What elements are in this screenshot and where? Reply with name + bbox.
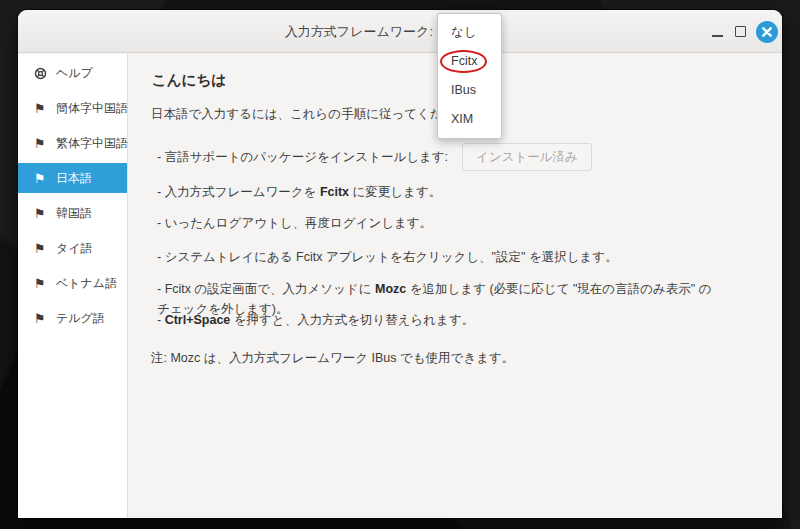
sidebar-item-japanese[interactable]: ⚑ 日本語 xyxy=(18,163,127,193)
maximize-icon xyxy=(735,26,746,37)
installed-button[interactable]: インストール済み xyxy=(462,143,592,171)
flag-icon: ⚑ xyxy=(34,277,48,290)
titlebar[interactable]: 入力方式フレームワーク: xyxy=(18,10,782,53)
sidebar: ヘルプ ⚑ 簡体字中国語 ⚑ 繁体字中国語 ⚑ 日本語 ⚑ 韓国語 ⚑ タイ語 xyxy=(18,54,128,518)
step-change-framework: - 入力方式フレームワークを Fcitx に変更します。 xyxy=(157,184,441,200)
flag-icon: ⚑ xyxy=(34,102,48,115)
step-shortcut: - Ctrl+Space を押すと、入力方式を切り替えられます。 xyxy=(157,312,474,328)
sidebar-item-label: タイ語 xyxy=(56,240,93,257)
flag-icon: ⚑ xyxy=(34,207,48,220)
close-button[interactable] xyxy=(756,21,778,43)
step-text: に変更します。 xyxy=(349,185,441,199)
close-icon xyxy=(762,27,772,37)
sidebar-item-label: 日本語 xyxy=(56,170,92,187)
flag-icon: ⚑ xyxy=(34,312,48,325)
sidebar-item-label: ヘルプ xyxy=(56,65,93,82)
sidebar-item-label: 簡体字中国語 xyxy=(56,100,128,117)
window-title: 入力方式フレームワーク: xyxy=(285,10,433,53)
intro-text: 日本語で入力するには、これらの手順に従ってください。 xyxy=(151,106,481,122)
dropdown-item-none[interactable]: なし xyxy=(438,18,501,47)
sidebar-item-thai[interactable]: ⚑ タイ語 xyxy=(18,233,127,263)
sidebar-item-label: 繁体字中国語 xyxy=(56,135,128,152)
step-relogin: - いったんログアウトし、再度ログインします。 xyxy=(157,215,432,231)
dropdown-item-fcitx[interactable]: Fcitx xyxy=(438,47,501,76)
desktop-background: 入力方式フレームワーク: xyxy=(0,0,800,529)
step-install-language-support: - 言語サポートのパッケージをインストールします: インストール済み xyxy=(157,143,592,171)
sidebar-item-label: テルグ語 xyxy=(56,310,105,327)
step-text: - Fcitx の設定画面で、入力メソッドに xyxy=(157,282,375,296)
minimize-button[interactable] xyxy=(710,25,724,39)
maximize-button[interactable] xyxy=(733,25,747,39)
app-window: 入力方式フレームワーク: xyxy=(18,10,782,518)
sidebar-item-telugu[interactable]: ⚑ テルグ語 xyxy=(18,303,127,333)
sidebar-item-help[interactable]: ヘルプ xyxy=(18,58,127,88)
step-bold-text: Mozc xyxy=(375,282,406,296)
flag-icon: ⚑ xyxy=(34,172,48,185)
page-title: こんにちは xyxy=(152,71,226,90)
window-controls xyxy=(710,10,778,53)
sidebar-item-simplified-chinese[interactable]: ⚑ 簡体字中国語 xyxy=(18,93,127,123)
step-text: - 入力方式フレームワークを xyxy=(157,185,320,199)
dropdown-item-ibus[interactable]: IBus xyxy=(438,76,501,105)
step-tray-applet: - システムトレイにある Fcitx アプレットを右クリックし、"設定" を選択… xyxy=(157,249,618,265)
help-icon xyxy=(34,67,48,80)
framework-dropdown: なし Fcitx IBus XIM xyxy=(437,13,502,139)
sidebar-item-traditional-chinese[interactable]: ⚑ 繁体字中国語 xyxy=(18,128,127,158)
step-bold-text: Ctrl+Space xyxy=(165,313,231,327)
step-bold-text: Fcitx xyxy=(320,185,349,199)
note-text: 注: Mozc は、入力方式フレームワーク IBus でも使用できます。 xyxy=(151,350,514,366)
sidebar-item-label: 韓国語 xyxy=(56,205,92,222)
sidebar-item-vietnamese[interactable]: ⚑ ベトナム語 xyxy=(18,268,127,298)
sidebar-item-korean[interactable]: ⚑ 韓国語 xyxy=(18,198,127,228)
minimize-icon xyxy=(712,35,723,37)
step-text: - 言語サポートのパッケージをインストールします: xyxy=(157,149,448,165)
dropdown-item-xim[interactable]: XIM xyxy=(438,105,501,134)
step-text: - xyxy=(157,313,165,327)
flag-icon: ⚑ xyxy=(34,137,48,150)
step-text: を押すと、入力方式を切り替えられます。 xyxy=(230,313,474,327)
flag-icon: ⚑ xyxy=(34,242,48,255)
sidebar-item-label: ベトナム語 xyxy=(56,275,117,292)
